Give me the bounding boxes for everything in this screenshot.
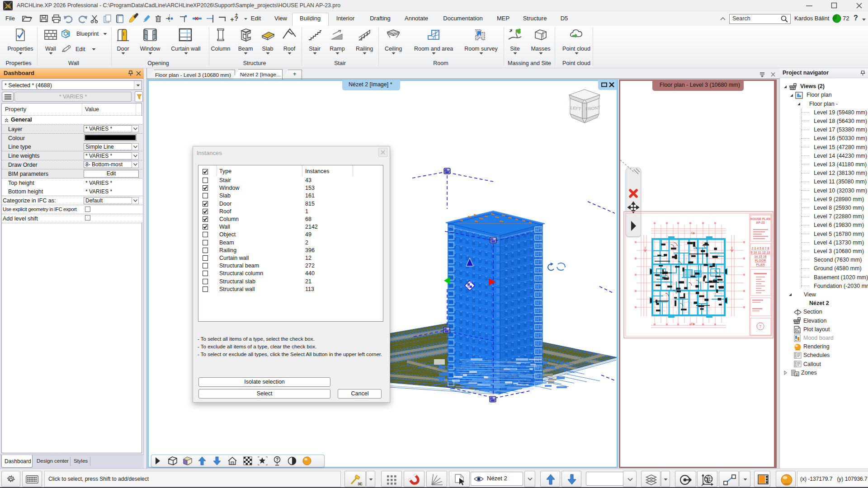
- svg-text:9 10 11 12 13: 9 10 11 12 13: [751, 251, 770, 254]
- svg-text:PLAN: PLAN: [756, 263, 764, 266]
- svg-text:2 3 4 5 6 7 8: 2 3 4 5 6 7 8: [752, 247, 769, 250]
- svg-text:7: 7: [759, 324, 761, 329]
- svg-text:HOUSE PLAN: HOUSE PLAN: [750, 217, 771, 221]
- svg-text:AP-23: AP-23: [756, 221, 764, 224]
- svg-text:FLOOR: FLOOR: [755, 259, 766, 262]
- svg-text:+: +: [235, 13, 238, 17]
- svg-text:A▶: A▶: [691, 231, 696, 235]
- svg-text:A▶: A▶: [691, 322, 696, 325]
- svg-text:2: 2: [796, 372, 798, 376]
- svg-text:?: ?: [276, 457, 278, 462]
- svg-text:26: 26: [5, 4, 10, 9]
- svg-text:14 15 16: 14 15 16: [754, 255, 766, 258]
- svg-text:+: +: [230, 15, 234, 23]
- svg-text:3D: 3D: [358, 482, 362, 486]
